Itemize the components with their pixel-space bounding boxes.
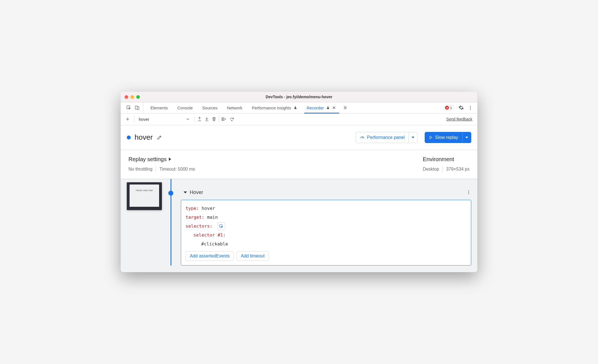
replay-dropdown[interactable] (462, 132, 471, 143)
svg-point-9 (468, 192, 469, 193)
recording-status-dot (127, 136, 131, 139)
tab-label: Performance insights (252, 105, 291, 110)
edit-icon[interactable] (157, 135, 162, 140)
tab-label: Sources (202, 105, 218, 110)
tab-sources[interactable]: Sources (202, 102, 218, 113)
flask-icon (293, 106, 297, 110)
send-feedback-link[interactable]: Send feedback (446, 117, 472, 121)
recording-header: hover Performance panel Slow replay (121, 125, 477, 150)
error-icon: ✕ (445, 106, 449, 110)
close-icon[interactable]: ✕ (332, 105, 336, 110)
error-badge[interactable]: ✕ 1 (444, 105, 454, 110)
throttling-value: No throttling (128, 167, 152, 172)
prop-value: #clickable (201, 241, 228, 247)
environment-title: Environment (423, 156, 454, 163)
prop-target[interactable]: target: main (186, 213, 466, 222)
selector-picker-icon[interactable] (217, 222, 225, 230)
recording-select-value: hover (139, 117, 149, 122)
tab-label: Console (178, 105, 193, 110)
prop-key: target (186, 215, 202, 220)
settings-row: Replay settings No throttling Timeout: 5… (121, 150, 477, 179)
tab-performance-insights[interactable]: Performance insights (252, 102, 297, 113)
close-window-button[interactable] (125, 95, 128, 99)
add-timeout-button[interactable]: Add timeout (237, 251, 269, 261)
minimize-window-button[interactable] (130, 95, 134, 99)
performance-button-group: Performance panel (356, 132, 417, 143)
tabs-list: Elements Console Sources Network Perform… (144, 102, 336, 113)
replay-button-group: Slow replay (425, 132, 471, 143)
chevron-down-icon (412, 137, 414, 138)
export-icon[interactable] (197, 117, 202, 122)
chevron-down-icon (186, 117, 190, 121)
prop-selectors[interactable]: selectors: (186, 222, 466, 231)
step-play-icon[interactable] (221, 117, 227, 122)
import-icon[interactable] (204, 117, 209, 122)
play-icon (429, 136, 433, 139)
svg-point-7 (232, 120, 232, 121)
device-toggle-icon[interactable] (135, 105, 140, 110)
devtools-window: DevTools - jec.fyi/demo/menu-hover Eleme… (121, 92, 477, 272)
prop-key: selector #1 (193, 232, 223, 238)
maximize-window-button[interactable] (136, 95, 140, 99)
environment-settings: Environment Desktop 379×534 px (423, 156, 470, 172)
screenshot-thumbnail[interactable]: Hover over me! (127, 182, 162, 210)
collapse-icon (184, 191, 187, 193)
prop-value: main (207, 215, 218, 220)
error-count: 1 (450, 106, 452, 110)
tab-network[interactable]: Network (227, 102, 242, 113)
timeout-value: Timeout: 5000 ms (159, 167, 195, 172)
performance-panel-label: Performance panel (367, 135, 405, 140)
prop-value: hover (202, 206, 215, 211)
svg-rect-2 (137, 107, 139, 110)
panel-tabs: Elements Console Sources Network Perform… (121, 102, 477, 114)
prop-type[interactable]: type: hover (186, 204, 466, 213)
step-column: Hover type: hover target: main selectors… (176, 179, 471, 266)
thumbnail-column: Hover over me! (127, 179, 165, 266)
tabs-right-controls: ✕ 1 (444, 105, 475, 110)
prop-selector-1[interactable]: selector #1: (186, 231, 466, 240)
slow-replay-button[interactable]: Slow replay (425, 132, 462, 143)
tab-elements[interactable]: Elements (150, 102, 168, 113)
more-tabs-icon[interactable] (342, 105, 347, 110)
delete-icon[interactable] (212, 117, 217, 122)
step-over-icon[interactable] (229, 117, 235, 122)
step-title: Hover (190, 190, 203, 195)
device-toolbar-icons (123, 102, 143, 113)
tab-console[interactable]: Console (178, 102, 193, 113)
thumbnail-content: Hover over me! (130, 185, 159, 207)
titlebar: DevTools - jec.fyi/demo/menu-hover (121, 92, 477, 102)
kebab-menu-icon[interactable] (468, 105, 473, 110)
replay-settings-label: Replay settings (128, 156, 167, 163)
svg-point-3 (470, 106, 471, 107)
prop-key: type (186, 206, 196, 211)
step-header[interactable]: Hover (176, 188, 471, 200)
replay-settings-values: No throttling Timeout: 5000 ms (128, 166, 195, 172)
add-asserted-events-button[interactable]: Add assertedEvents (186, 251, 234, 261)
recording-select[interactable]: hover (137, 117, 192, 122)
step-details: type: hover target: main selectors: sele… (181, 200, 471, 266)
tab-label: Recorder (307, 105, 324, 110)
tab-label: Elements (150, 105, 168, 110)
expand-icon (169, 158, 171, 161)
inspect-icon[interactable] (126, 105, 131, 110)
tab-label: Network (227, 105, 242, 110)
new-recording-icon[interactable] (123, 117, 132, 122)
timeline-rail (165, 179, 176, 266)
step-marker (168, 191, 173, 196)
environment-label: Environment (423, 156, 454, 163)
tab-recorder[interactable]: Recorder ✕ (307, 102, 336, 113)
recording-title: hover (135, 133, 153, 142)
replay-settings-title[interactable]: Replay settings (128, 156, 195, 163)
kebab-menu-icon[interactable] (466, 190, 471, 195)
prop-selector-1-value[interactable]: #clickable (186, 240, 466, 249)
svg-point-4 (470, 107, 471, 108)
performance-panel-button[interactable]: Performance panel (356, 132, 409, 143)
environment-values: Desktop 379×534 px (423, 166, 470, 172)
traffic-lights (125, 95, 140, 99)
flask-icon (326, 106, 330, 110)
gauge-icon (360, 135, 365, 140)
slow-replay-label: Slow replay (435, 135, 458, 140)
gear-icon[interactable] (458, 105, 464, 110)
performance-dropdown[interactable] (409, 132, 417, 143)
svg-point-8 (468, 190, 469, 191)
